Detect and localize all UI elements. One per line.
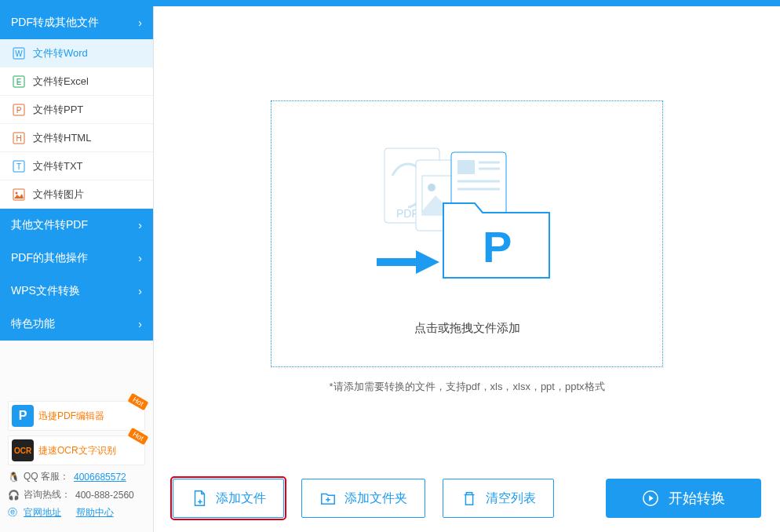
category-other-to-pdf[interactable]: 其他文件转PDF › [0,209,153,242]
start-convert-button[interactable]: 开始转换 [606,479,761,518]
svg-text:W: W [15,49,23,58]
qq-icon: 🐧 [8,472,19,483]
pdf-app-icon: P [12,405,34,427]
promo-text: 迅捷PDF编辑器 [38,410,104,423]
sidebar-item-ppt[interactable]: P 文件转PPT [0,96,153,124]
button-label: 添加文件 [216,490,266,507]
chevron-right-icon: › [138,252,142,264]
category-special[interactable]: 特色功能 › [0,308,153,341]
txt-icon: T [13,160,25,173]
dropzone-hint: *请添加需要转换的文件，支持pdf，xls，xlsx，ppt，pptx格式 [173,380,761,394]
links-line: ⓔ 官网地址 帮助中心 [8,506,145,519]
trash-icon [461,490,478,507]
folder-add-icon [319,490,337,507]
play-icon [642,490,659,507]
svg-text:P: P [483,222,512,271]
svg-rect-18 [457,160,475,174]
hot-badge: Hot [128,428,149,445]
image-icon [13,188,25,201]
sidebar-item-label: 文件转Word [33,46,88,60]
promo-pdf-editor[interactable]: P 迅捷PDF编辑器 Hot [8,401,145,431]
promo-ocr[interactable]: OCR 捷速OCR文字识别 Hot [8,435,145,465]
qq-link[interactable]: 4006685572 [74,472,126,483]
hotline-label: 咨询热线： [24,488,71,501]
chevron-right-icon: › [138,16,142,29]
svg-text:PDF: PDF [396,207,418,220]
add-file-button[interactable]: 添加文件 [173,479,284,518]
button-label: 开始转换 [669,489,725,508]
category-label: 特色功能 [11,317,55,331]
sidebar-item-word[interactable]: W 文件转Word [0,39,153,67]
dropzone[interactable]: PDF P 点击或拖拽文件添加 [271,100,663,367]
phone-icon: 🎧 [8,490,19,501]
chevron-right-icon: › [138,318,142,330]
category-pdf-to-other[interactable]: PDF转成其他文件 › [0,6,153,39]
excel-icon: E [13,75,25,88]
word-icon: W [13,47,25,60]
qq-support-line: 🐧 QQ 客服： 4006685572 [8,470,145,483]
button-label: 添加文件夹 [344,490,407,507]
file-add-icon [191,490,208,507]
help-link[interactable]: 帮助中心 [76,506,114,519]
svg-point-16 [428,184,436,191]
sidebar-item-label: 文件转TXT [33,159,83,173]
hot-badge: Hot [128,393,149,410]
category-label: PDF转成其他文件 [11,16,99,30]
button-label: 清空列表 [486,490,536,507]
category-label: PDF的其他操作 [11,251,88,265]
add-folder-button[interactable]: 添加文件夹 [301,479,425,518]
category-label: 其他文件转PDF [11,218,88,232]
chevron-right-icon: › [138,285,142,297]
category-wps-convert[interactable]: WPS文件转换 › [0,275,153,308]
sidebar-item-txt[interactable]: T 文件转TXT [0,152,153,180]
ie-icon: ⓔ [8,506,19,519]
svg-text:H: H [16,134,21,143]
sidebar: PDF转成其他文件 › W 文件转Word E 文件转Excel P 文件转PP… [0,6,154,532]
sidebar-item-label: 文件转PPT [33,103,83,117]
sidebar-item-excel[interactable]: E 文件转Excel [0,67,153,96]
sidebar-item-image[interactable]: 文件转图片 [0,180,153,209]
pdf-to-sublist: W 文件转Word E 文件转Excel P 文件转PPT H 文件转HTML … [0,39,153,209]
sidebar-item-label: 文件转图片 [33,188,84,202]
html-icon: H [13,132,25,144]
svg-text:P: P [16,106,22,115]
category-label: WPS文件转换 [11,284,80,298]
hotline-line: 🎧 咨询热线： 400-888-2560 [8,488,145,501]
main-area: PDF P 点击或拖拽文件添加 *请添加需要转换的文件 [154,6,780,532]
clear-list-button[interactable]: 清空列表 [443,479,554,518]
category-pdf-other-ops[interactable]: PDF的其他操作 › [0,242,153,275]
dropzone-illustration: PDF P [373,133,561,305]
chevron-right-icon: › [138,219,142,231]
action-bar: 添加文件 添加文件夹 清空列表 开始转换 [173,479,761,518]
sidebar-item-html[interactable]: H 文件转HTML [0,124,153,152]
ppt-icon: P [13,104,25,116]
promo-text: 捷速OCR文字识别 [38,444,116,457]
sidebar-item-label: 文件转Excel [33,75,89,89]
svg-text:T: T [16,162,21,171]
sidebar-item-label: 文件转HTML [33,131,91,145]
qq-label: QQ 客服： [24,470,69,483]
ocr-app-icon: OCR [12,439,34,461]
svg-point-11 [16,191,18,194]
svg-text:E: E [16,78,22,86]
site-link[interactable]: 官网地址 [24,506,61,519]
dropzone-text: 点击或拖拽文件添加 [414,321,520,336]
sidebar-footer: P 迅捷PDF编辑器 Hot OCR 捷速OCR文字识别 Hot 🐧 QQ 客服… [0,393,153,532]
hotline-value: 400-888-2560 [75,490,134,501]
